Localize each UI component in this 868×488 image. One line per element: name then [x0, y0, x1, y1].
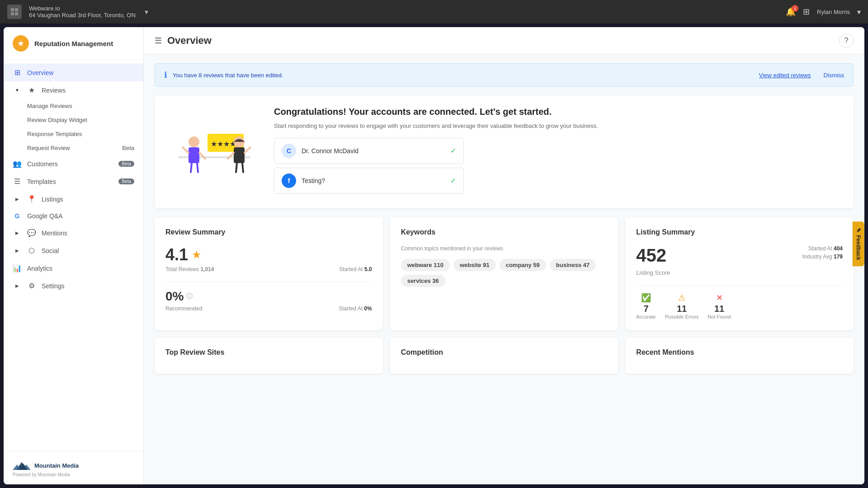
account-name-connor: Dr. Connor McDavid — [302, 147, 445, 155]
customers-icon: 👥 — [13, 160, 22, 168]
svg-rect-1 — [15, 8, 18, 11]
congrats-text-area: Congratulations! Your accounts are conne… — [274, 107, 839, 197]
main-header: ☰ Overview ? — [144, 27, 864, 54]
sidebar-item-customers[interactable]: 👥 Customers Beta — [4, 155, 143, 173]
notification-count: 1 — [792, 5, 798, 12]
listing-stat-errors: ⚠ 11 Possible Errors — [665, 293, 699, 319]
recommend-started-at: Started At 0% — [339, 305, 372, 312]
content-area: ℹ You have 8 reviews that have been edit… — [144, 54, 864, 484]
main-content: ☰ Overview ? ℹ You have 8 reviews that h… — [144, 27, 864, 484]
review-score-number: 4.1 — [165, 245, 188, 264]
listing-score-sub: Started At 404 Industry Avg 179 — [802, 245, 843, 262]
score-details: Total Reviews 1,014 Started At 5.0 — [165, 266, 372, 272]
keywords-description: Common topics mentioned in your reviews — [401, 245, 608, 252]
keyword-word-services: services — [407, 277, 433, 284]
svg-line-22 — [242, 163, 243, 172]
hamburger-icon[interactable]: ☰ — [155, 36, 162, 46]
sidebar-label-templates: Templates — [27, 178, 56, 185]
dropdown-arrow-reviews: ▼ — [13, 88, 22, 93]
keyword-tag-webware: webware 110 — [401, 259, 450, 271]
overview-icon: ⊞ — [13, 68, 22, 77]
sidebar-item-social[interactable]: ▶ ⬡ Social — [4, 242, 143, 259]
star-rating-icon: ★ — [192, 249, 202, 261]
sidebar-item-request-review[interactable]: Request Review Beta — [4, 141, 143, 155]
svg-point-9 — [189, 136, 199, 147]
svg-rect-18 — [234, 147, 245, 163]
dismiss-button[interactable]: Dismiss — [824, 72, 844, 79]
recommend-info-icon[interactable]: ⓘ — [186, 292, 193, 300]
sidebar-item-google-qa[interactable]: G Google Q&A — [4, 208, 143, 224]
notification-bell[interactable]: 🔔 1 — [786, 7, 796, 17]
sidebar-label-listings: Listings — [42, 196, 63, 203]
connected-account-facebook: f Testing? ✓ — [274, 168, 464, 194]
browser-bar: Webware.io 64 Vaughan Road 3rd Floor, To… — [0, 0, 868, 23]
mountain-media-name: Mountain Media — [34, 462, 79, 469]
listing-started-at: Started At 404 — [802, 245, 843, 252]
sidebar-footer: Mountain Media Powered by Mountain Media — [4, 451, 143, 484]
keyword-tag-business: business 47 — [550, 259, 596, 271]
top-review-sites-card: Top Review Sites — [155, 338, 383, 374]
mountain-media-logo: Mountain Media — [13, 459, 134, 472]
sidebar-label-google-qa: Google Q&A — [27, 212, 63, 220]
svg-rect-3 — [15, 12, 18, 15]
listing-stat-accurate: ✅ 7 Accurate — [636, 293, 656, 319]
sidebar-item-response-templates[interactable]: Response Templates — [4, 127, 143, 141]
user-name[interactable]: Rylan Morris — [817, 9, 850, 15]
keyword-count-webware: 110 — [434, 262, 443, 268]
dropdown-arrow[interactable]: ▾ — [145, 8, 148, 16]
keyword-count-services: 36 — [432, 277, 439, 284]
keyword-tag-company: company 59 — [500, 259, 546, 271]
keyword-word-website: website — [460, 262, 483, 268]
sidebar-logo-icon: ★ — [13, 35, 29, 52]
sidebar-label-settings: Settings — [42, 282, 65, 290]
keyword-count-business: 47 — [583, 262, 590, 268]
review-score-row: 4.1 ★ — [165, 245, 372, 264]
sidebar-label-request-review: Request Review — [27, 145, 70, 151]
company-address: 64 Vaughan Road 3rd Floor, Toronto, ON — [29, 12, 136, 19]
sidebar-item-templates[interactable]: ☰ Templates Beta — [4, 173, 143, 190]
keyword-count-company: 59 — [533, 262, 539, 268]
settings-icon: ⚙ — [27, 282, 36, 290]
facebook-icon: f — [282, 174, 296, 188]
settings-arrow: ▶ — [13, 283, 22, 288]
errors-count: 11 — [665, 304, 699, 314]
feedback-label: Feedback — [855, 235, 861, 260]
account-avatar-connor: C — [282, 144, 296, 158]
user-dropdown-arrow[interactable]: ▾ — [857, 8, 861, 16]
request-review-badge: Beta — [122, 145, 134, 151]
recent-mentions-card: Recent Mentions — [625, 338, 854, 374]
recent-mentions-title: Recent Mentions — [636, 348, 843, 357]
sidebar: ★ Reputation Management ⊞ Overview ▼ ★ R… — [4, 27, 144, 484]
view-edited-reviews-link[interactable]: View edited reviews — [759, 72, 811, 79]
browser-company-info: Webware.io 64 Vaughan Road 3rd Floor, To… — [29, 5, 136, 19]
sidebar-item-analytics[interactable]: 📊 Analytics — [4, 259, 143, 277]
listing-summary-card: Listing Summary 452 Listing Score Starte… — [625, 217, 854, 330]
social-arrow: ▶ — [13, 248, 22, 253]
sidebar-label-overview: Overview — [27, 69, 53, 76]
sidebar-item-mentions[interactable]: ▶ 💬 Mentions — [4, 224, 143, 242]
keywords-card: Keywords Common topics mentioned in your… — [390, 217, 618, 330]
sidebar-item-reviews[interactable]: ▼ ★ Reviews — [4, 81, 143, 99]
listing-score-row: 452 Listing Score Started At 404 Industr… — [636, 245, 843, 276]
listing-score-label: Listing Score — [636, 269, 670, 276]
apps-grid-icon[interactable]: ⊞ — [803, 7, 810, 17]
sidebar-item-settings[interactable]: ▶ ⚙ Settings — [4, 277, 143, 295]
svg-line-11 — [183, 147, 189, 153]
accurate-label: Accurate — [636, 314, 656, 319]
recommend-row: 0% ⓘ — [165, 289, 372, 304]
svg-rect-10 — [189, 147, 199, 163]
review-summary-title: Review Summary — [165, 228, 372, 236]
recommended-label: Recommended — [165, 305, 202, 312]
keyword-tag-services: services 36 — [401, 275, 445, 287]
feedback-tab[interactable]: ✎ Feedback — [852, 221, 864, 266]
congrats-illustration: ★★★★★ — [169, 120, 259, 183]
sidebar-item-manage-reviews[interactable]: Manage Reviews — [4, 99, 143, 113]
help-icon[interactable]: ? — [839, 33, 854, 48]
sidebar-item-overview[interactable]: ⊞ Overview — [4, 64, 143, 81]
sidebar-item-listings[interactable]: ▶ 📍 Listings — [4, 190, 143, 208]
listings-icon: 📍 — [27, 195, 36, 203]
listing-score-number: 452 — [636, 245, 670, 266]
notfound-count: 11 — [708, 304, 731, 314]
recommend-pct: 0% — [165, 289, 184, 304]
sidebar-item-review-widget[interactable]: Review Display Widget — [4, 113, 143, 127]
